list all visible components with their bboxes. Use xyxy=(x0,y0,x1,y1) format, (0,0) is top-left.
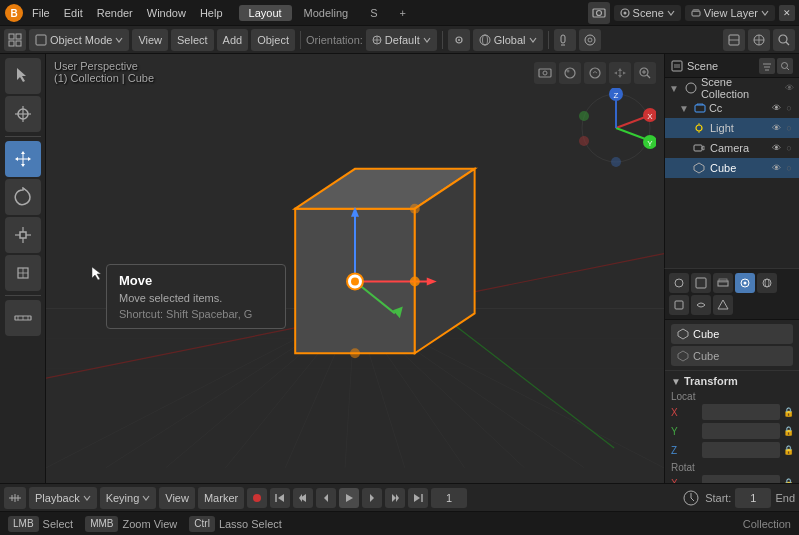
proportional-icon xyxy=(583,33,597,47)
outliner-item-cube-selected[interactable]: Cube 👁 ○ xyxy=(665,158,799,178)
z-label: Z xyxy=(671,445,699,456)
location-x-field[interactable] xyxy=(702,404,780,420)
prop-output-icon[interactable] xyxy=(691,273,711,293)
marker-menu[interactable]: Marker xyxy=(198,487,244,509)
jump-end-button[interactable] xyxy=(408,488,428,508)
lock-y-icon[interactable]: 🔒 xyxy=(783,426,793,436)
object-menu[interactable]: Object xyxy=(251,29,295,51)
vis-eye3[interactable]: 👁 xyxy=(770,123,782,133)
zoom-gizmo-icon[interactable] xyxy=(634,62,656,84)
menu-edit[interactable]: Edit xyxy=(58,5,89,21)
vis-circle4[interactable]: ○ xyxy=(783,143,795,153)
menu-window[interactable]: Window xyxy=(141,5,192,21)
top-bar-right: Scene View Layer ✕ xyxy=(588,2,795,24)
tool-scale[interactable] xyxy=(5,217,41,253)
prop-object-icon[interactable] xyxy=(669,295,689,315)
tool-move[interactable] xyxy=(5,141,41,177)
transform-pivot-button[interactable] xyxy=(448,29,470,51)
prop-scene-icon[interactable] xyxy=(735,273,755,293)
start-frame-field[interactable]: 1 xyxy=(735,488,771,508)
outliner-item-cube[interactable]: Camera 👁 ○ xyxy=(665,138,799,158)
prop-world-icon[interactable] xyxy=(757,273,777,293)
pan-gizmo-icon[interactable] xyxy=(609,62,631,84)
vis-hide[interactable]: ○ xyxy=(783,103,795,113)
svg-marker-136 xyxy=(278,494,284,502)
proportional-editing-button[interactable] xyxy=(579,29,601,51)
prop-view-layer-icon[interactable] xyxy=(713,273,733,293)
vis-eye5[interactable]: 👁 xyxy=(770,163,782,173)
orientation-selector[interactable]: Default xyxy=(366,29,437,51)
svg-point-3 xyxy=(596,10,601,15)
lock-x-icon[interactable]: 🔒 xyxy=(783,407,793,417)
overlay-button[interactable] xyxy=(723,29,745,51)
record-button[interactable] xyxy=(247,488,267,508)
vis-eye[interactable]: 👁 xyxy=(783,83,795,93)
tool-rotate[interactable] xyxy=(5,179,41,215)
tool-cursor[interactable] xyxy=(5,96,41,132)
rotation-x-field[interactable] xyxy=(702,475,780,483)
navigation-gizmo[interactable]: X Y Z xyxy=(576,88,656,168)
playback-menu[interactable]: Playback xyxy=(29,487,97,509)
vis-eye2[interactable]: 👁 xyxy=(770,103,782,113)
outliner-item-collection[interactable]: ▼ Cc 👁 ○ xyxy=(665,98,799,118)
transform-space-button[interactable]: Global xyxy=(473,29,543,51)
menu-file[interactable]: File xyxy=(26,5,56,21)
svg-point-134 xyxy=(253,494,261,502)
material-preview-icon[interactable] xyxy=(559,62,581,84)
search-button[interactable] xyxy=(773,29,795,51)
svg-marker-141 xyxy=(370,494,374,502)
rlock-x-icon[interactable]: 🔒 xyxy=(783,478,793,483)
search-button-outliner[interactable] xyxy=(777,58,793,74)
tool-transform[interactable] xyxy=(5,255,41,291)
tool-select[interactable] xyxy=(5,58,41,94)
render-camera-icon[interactable] xyxy=(588,2,610,24)
tool-measure[interactable] xyxy=(5,300,41,336)
vis-circle5[interactable]: ○ xyxy=(783,163,795,173)
next-keyframe-button[interactable] xyxy=(362,488,382,508)
close-button[interactable]: ✕ xyxy=(779,5,795,21)
view-menu[interactable]: View xyxy=(132,29,168,51)
add-menu[interactable]: Add xyxy=(217,29,249,51)
menu-render[interactable]: Render xyxy=(91,5,139,21)
filter-button[interactable] xyxy=(759,58,775,74)
prop-modifier-icon[interactable] xyxy=(691,295,711,315)
mesh-name-field[interactable]: Cube xyxy=(671,346,793,366)
outliner-item-scene[interactable]: ▼ Scene Collection 👁 xyxy=(665,78,799,98)
menu-help[interactable]: Help xyxy=(194,5,229,21)
tab-layout[interactable]: Layout xyxy=(239,5,292,21)
keying-menu[interactable]: Keying xyxy=(100,487,157,509)
select-menu[interactable]: Select xyxy=(171,29,214,51)
gizmo-toggle-button[interactable] xyxy=(748,29,770,51)
prop-physics-icon[interactable] xyxy=(713,295,733,315)
svg-marker-142 xyxy=(392,494,396,502)
location-y-field[interactable] xyxy=(702,423,780,439)
jump-start-button[interactable] xyxy=(270,488,290,508)
viewlayer-selector[interactable]: View Layer xyxy=(685,5,775,21)
snapping-button[interactable] xyxy=(554,29,576,51)
transform-header[interactable]: ▼ Transform xyxy=(671,375,793,387)
prev-keyframe-button[interactable] xyxy=(316,488,336,508)
outliner-item-camera[interactable]: Light 👁 ○ xyxy=(665,118,799,138)
editor-type-button[interactable] xyxy=(4,29,26,51)
mode-selector[interactable]: Object Mode xyxy=(29,29,129,51)
scene-selector[interactable]: Scene xyxy=(614,5,681,21)
lock-z-icon[interactable]: 🔒 xyxy=(783,445,793,455)
prop-render-icon[interactable] xyxy=(669,273,689,293)
camera-gizmo-icon[interactable] xyxy=(534,62,556,84)
tab-modeling[interactable]: Modeling xyxy=(294,5,359,21)
location-z-field[interactable] xyxy=(702,442,780,458)
prev-frame-button[interactable] xyxy=(293,488,313,508)
object-name-field[interactable]: Cube xyxy=(671,324,793,344)
tab-s[interactable]: S xyxy=(360,5,387,21)
view-menu-timeline[interactable]: View xyxy=(159,487,195,509)
next-frame-button[interactable] xyxy=(385,488,405,508)
editor-type-timeline-btn[interactable] xyxy=(4,487,26,509)
viewport[interactable]: User Perspective (1) Collection | Cube xyxy=(46,54,664,483)
play-button[interactable] xyxy=(339,488,359,508)
svg-line-93 xyxy=(616,128,648,140)
tab-add[interactable]: + xyxy=(390,5,416,21)
vis-eye4[interactable]: 👁 xyxy=(770,143,782,153)
vis-circle3[interactable]: ○ xyxy=(783,123,795,133)
rendered-preview-icon[interactable] xyxy=(584,62,606,84)
frame-number-field[interactable]: 1 xyxy=(431,488,467,508)
